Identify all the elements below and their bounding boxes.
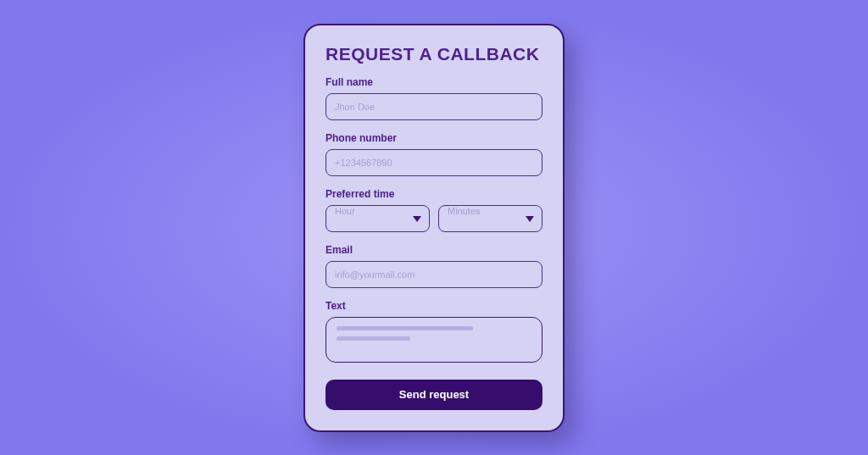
field-time: Preferred time Hour Minutes: [326, 188, 542, 232]
textarea-placeholder-lines: [337, 326, 531, 341]
callback-form-card: REQUEST A CALLBACK Full name Phone numbe…: [303, 24, 565, 432]
form-title: REQUEST A CALLBACK: [326, 44, 542, 64]
time-row: Hour Minutes: [326, 205, 542, 232]
fullname-label: Full name: [326, 76, 542, 88]
field-text: Text: [326, 300, 542, 363]
text-label: Text: [326, 300, 542, 312]
field-phone: Phone number: [326, 132, 542, 176]
minutes-select[interactable]: Minutes: [438, 205, 542, 232]
time-label: Preferred time: [326, 188, 542, 200]
phone-label: Phone number: [326, 132, 542, 144]
phone-input[interactable]: [326, 149, 542, 176]
field-fullname: Full name: [326, 76, 542, 120]
field-email: Email: [326, 244, 542, 288]
email-label: Email: [326, 244, 542, 256]
hour-select-wrap: Hour: [326, 205, 430, 232]
send-request-button[interactable]: Send request: [326, 380, 542, 410]
email-input[interactable]: [326, 261, 542, 288]
text-textarea[interactable]: [326, 317, 542, 363]
minutes-select-wrap: Minutes: [438, 205, 542, 232]
fullname-input[interactable]: [326, 93, 542, 120]
hour-select[interactable]: Hour: [326, 205, 430, 232]
